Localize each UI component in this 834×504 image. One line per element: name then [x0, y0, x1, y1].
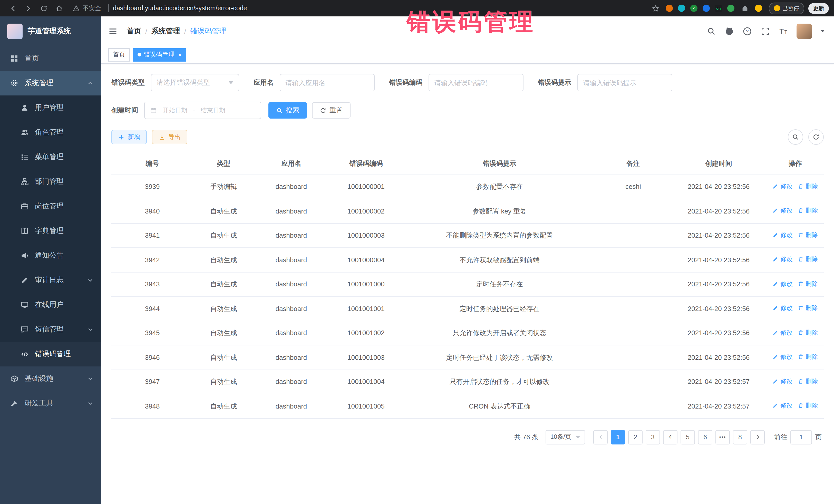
page-size-select[interactable]: 10条/页	[546, 430, 585, 444]
users-icon	[21, 128, 29, 136]
edit-link[interactable]: 修改	[773, 376, 793, 386]
address-url[interactable]: dashboard.yudao.iocoder.cn/system/error-…	[113, 5, 247, 12]
forward-icon[interactable]	[24, 4, 32, 12]
sidebar-item-system[interactable]: 系统管理	[0, 71, 101, 95]
sidebar-item-audit[interactable]: 审计日志	[0, 268, 101, 292]
goto-page-input[interactable]	[790, 430, 812, 444]
page-ellipsis[interactable]: •••	[716, 430, 730, 444]
end-date-input[interactable]	[197, 107, 229, 114]
edit-link[interactable]: 修改	[773, 255, 793, 264]
cell-type: 自动生成	[193, 272, 254, 297]
home-icon[interactable]	[55, 4, 63, 12]
page-button-6[interactable]: 6	[698, 430, 712, 444]
sidebar-item-sms[interactable]: 短信管理	[0, 317, 101, 342]
delete-link[interactable]: 删除	[798, 279, 818, 288]
cell-time: 2021-04-20 23:52:56	[671, 345, 767, 370]
tab-error-code[interactable]: 错误码管理×	[133, 48, 186, 61]
reset-button[interactable]: 重置	[312, 102, 351, 118]
app-name-input[interactable]	[285, 79, 369, 86]
sidebar-item-user[interactable]: 用户管理	[0, 95, 101, 120]
delete-link[interactable]: 删除	[798, 352, 818, 361]
sidebar-item-home[interactable]: 首页	[0, 46, 101, 71]
edit-link[interactable]: 修改	[773, 303, 793, 312]
avatar-caret-icon[interactable]	[821, 30, 825, 32]
refresh-button[interactable]	[808, 129, 824, 145]
edit-link[interactable]: 修改	[773, 206, 793, 215]
error-code-input[interactable]	[434, 79, 518, 86]
close-icon[interactable]: ×	[178, 51, 182, 58]
column-header: 备注	[596, 153, 671, 175]
page-button-4[interactable]: 4	[663, 430, 678, 444]
page-button-2[interactable]: 2	[628, 430, 642, 444]
font-size-icon[interactable]: TT	[778, 26, 788, 36]
reload-icon[interactable]	[40, 4, 48, 12]
breadcrumb-system[interactable]: 系统管理	[151, 26, 180, 36]
update-button[interactable]: 更新	[808, 3, 829, 14]
sidebar-item-infra[interactable]: 基础设施	[0, 367, 101, 391]
edit-link[interactable]: 修改	[773, 181, 793, 191]
edit-link[interactable]: 修改	[773, 401, 793, 410]
tab-home[interactable]: 首页	[108, 48, 130, 61]
sidebar-item-dept[interactable]: 部门管理	[0, 169, 101, 194]
github-icon[interactable]	[725, 26, 734, 36]
extension-icon-teal[interactable]	[678, 5, 685, 12]
start-date-input[interactable]	[159, 107, 191, 114]
prev-page-button[interactable]	[593, 430, 608, 444]
sidebar-item-post[interactable]: 岗位管理	[0, 194, 101, 219]
puzzle-extensions-icon[interactable]	[741, 4, 749, 12]
cell-id: 3942	[111, 248, 193, 272]
breadcrumb-home[interactable]: 首页	[127, 26, 141, 36]
delete-link[interactable]: 删除	[798, 376, 818, 386]
delete-link[interactable]: 删除	[798, 303, 818, 312]
delete-link[interactable]: 删除	[798, 206, 818, 215]
delete-link[interactable]: 删除	[798, 401, 818, 410]
fullscreen-icon[interactable]	[761, 26, 770, 36]
date-range-picker[interactable]: -	[144, 102, 261, 119]
delete-link[interactable]: 删除	[798, 230, 818, 239]
profile-avatar[interactable]	[755, 5, 762, 12]
edit-link[interactable]: 修改	[773, 279, 793, 288]
page-button-8[interactable]: 8	[733, 430, 747, 444]
sidebar-item-role[interactable]: 角色管理	[0, 120, 101, 145]
chevron-up-icon	[87, 80, 94, 87]
next-page-button[interactable]	[750, 430, 765, 444]
user-avatar[interactable]	[796, 23, 812, 39]
edit-link[interactable]: 修改	[773, 328, 793, 337]
page-button-3[interactable]: 3	[646, 430, 660, 444]
security-indicator[interactable]: 不安全	[72, 4, 101, 13]
sidebar-item-menu[interactable]: 菜单管理	[0, 145, 101, 169]
delete-link[interactable]: 删除	[798, 255, 818, 264]
page-button-5[interactable]: 5	[681, 430, 695, 444]
sidebar-item-online[interactable]: 在线用户	[0, 292, 101, 317]
cell-app: dashboard	[254, 345, 328, 370]
extension-icon-on[interactable]: on	[715, 5, 722, 12]
cell-msg: 只有开启状态的任务，才可以修改	[403, 370, 596, 394]
add-button[interactable]: 新增	[111, 130, 147, 144]
extension-icon-blue[interactable]	[703, 5, 710, 12]
breadcrumb: 首页 / 系统管理 / 错误码管理	[127, 26, 226, 36]
sidebar-logo[interactable]: 芋道管理系统	[0, 17, 101, 46]
sidebar-item-tools[interactable]: 研发工具	[0, 391, 101, 416]
delete-link[interactable]: 删除	[798, 328, 818, 337]
search-button[interactable]: 搜索	[268, 102, 307, 118]
delete-link[interactable]: 删除	[798, 181, 818, 191]
extension-icon-orange[interactable]	[666, 5, 673, 12]
export-button[interactable]: 导出	[152, 130, 187, 144]
back-icon[interactable]	[9, 4, 17, 12]
hamburger-icon[interactable]	[108, 26, 117, 36]
error-type-select[interactable]: 请选择错误码类型	[151, 74, 239, 91]
page-button-1[interactable]: 1	[611, 430, 625, 444]
paused-badge[interactable]: 已暂停	[769, 2, 804, 14]
help-icon[interactable]: ?	[743, 26, 752, 36]
edit-link[interactable]: 修改	[773, 230, 793, 239]
toggle-search-button[interactable]	[788, 129, 803, 145]
sidebar-item-notice[interactable]: 通知公告	[0, 243, 101, 268]
sidebar-item-dict[interactable]: 字典管理	[0, 219, 101, 243]
error-hint-input[interactable]	[583, 79, 667, 86]
bookmark-star-icon[interactable]	[651, 4, 659, 12]
edit-link[interactable]: 修改	[773, 352, 793, 361]
extension-icon-leaf[interactable]	[727, 5, 734, 12]
search-icon[interactable]	[707, 26, 716, 36]
extension-icon-green-check[interactable]: ✓	[690, 5, 698, 12]
sidebar-item-errcode[interactable]: 错误码管理	[0, 342, 101, 367]
